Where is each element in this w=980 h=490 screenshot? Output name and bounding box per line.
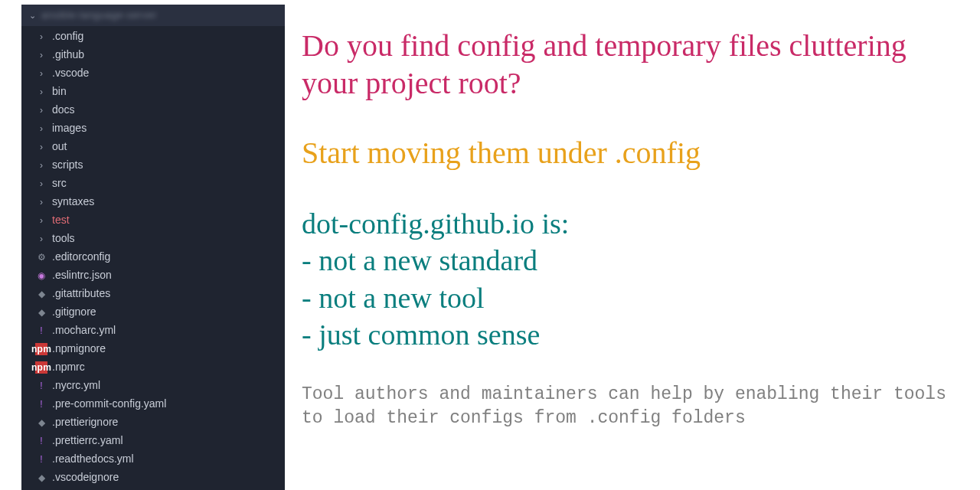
bang-icon: !: [35, 453, 47, 466]
folder-row-src[interactable]: ›src: [21, 175, 285, 193]
folder-row-images[interactable]: ›images: [21, 119, 285, 138]
chevron-icon: ›: [35, 196, 47, 208]
tree-item-label: .config: [52, 28, 83, 44]
tree-item-label: .npmrc: [52, 359, 85, 375]
folder-row-scripts[interactable]: ›scripts: [21, 156, 285, 175]
sidebar-container: ⌄ ansible-language-server ›.config›.gith…: [0, 0, 283, 490]
tree-item-label: .mocharc.yml: [52, 322, 116, 338]
diamond-icon: ◆: [35, 306, 47, 318]
file-row--prettierignore[interactable]: ◆.prettierignore: [21, 413, 285, 432]
project-header[interactable]: ⌄ ansible-language-server: [21, 5, 285, 26]
tree-item-label: .npmignore: [52, 341, 106, 357]
folder-row-bin[interactable]: ›bin: [21, 83, 285, 101]
tree-item-label: .editorconfig: [52, 249, 110, 265]
file-row--prettierrc-yaml[interactable]: !.prettierrc.yaml: [21, 432, 285, 450]
chevron-icon: ›: [35, 86, 47, 98]
file-explorer: ⌄ ansible-language-server ›.config›.gith…: [21, 5, 285, 490]
diamond-icon: ◆: [35, 416, 47, 429]
file-row--mocharc-yml[interactable]: !.mocharc.yml: [21, 322, 285, 340]
tree-item-label: syntaxes: [52, 194, 94, 210]
bang-icon: !: [35, 398, 47, 410]
file-row--pre-commit-config-yaml[interactable]: !.pre-commit-config.yaml: [21, 395, 285, 413]
subhead-text: Start moving them under .config: [302, 135, 965, 172]
file-row--nycrc-yml[interactable]: !.nycrc.yml: [21, 377, 285, 395]
bullseye-icon: ◉: [35, 270, 47, 282]
tree-item-label: .pre-commit-config.yaml: [52, 396, 166, 412]
gear-icon: ⚙: [35, 251, 47, 263]
tree-item-label: .gitattributes: [52, 286, 110, 302]
folder-row-test[interactable]: ›test: [21, 211, 285, 230]
tree-item-label: src: [52, 175, 67, 191]
file-row--vscodeignore[interactable]: ◆.vscodeignore: [21, 469, 285, 487]
folder-row-tools[interactable]: ›tools: [21, 230, 285, 248]
tree-item-label: scripts: [52, 157, 83, 173]
npm-icon: npm: [35, 361, 47, 374]
tree-item-label: .gitignore: [52, 304, 96, 320]
body-block: dot-config.github.io is: - not a new sta…: [302, 205, 965, 354]
file-row--gitattributes[interactable]: ◆.gitattributes: [21, 285, 285, 303]
chevron-icon: ›: [35, 141, 47, 153]
body-intro: dot-config.github.io is:: [302, 205, 965, 243]
chevron-icon: ›: [35, 67, 47, 80]
body-bullet: - just common sense: [302, 316, 965, 354]
body-bullet: - not a new standard: [302, 242, 965, 279]
chevron-icon: ›: [35, 122, 47, 135]
project-name: ansible-language-server: [41, 8, 157, 23]
tree-item-label: out: [52, 139, 67, 155]
bang-icon: !: [35, 325, 47, 337]
body-bullet: - not a new tool: [302, 279, 965, 317]
folder-row-syntaxes[interactable]: ›syntaxes: [21, 193, 285, 211]
file-row--editorconfig[interactable]: ⚙.editorconfig: [21, 248, 285, 266]
chevron-down-icon: ⌄: [28, 9, 37, 22]
tree-item-label: .vscodeignore: [52, 469, 119, 485]
chevron-icon: ›: [35, 233, 47, 245]
tree-item-label: .nycrc.yml: [52, 377, 100, 394]
slide-content: Do you find config and temporary files c…: [283, 0, 980, 490]
bang-icon: !: [35, 435, 47, 447]
headline-text: Do you find config and temporary files c…: [302, 28, 965, 103]
file-row-ansible-language-configuration-json[interactable]: { }ansible-language-configuration.json: [21, 487, 285, 491]
chevron-icon: ›: [35, 31, 47, 43]
folder-row-out[interactable]: ›out: [21, 138, 285, 156]
file-row--npmrc[interactable]: npm.npmrc: [21, 358, 285, 377]
diamond-icon: ◆: [35, 288, 47, 300]
tree-item-label: .eslintrc.json: [52, 267, 112, 283]
file-row--eslintrc-json[interactable]: ◉.eslintrc.json: [21, 266, 285, 285]
chevron-icon: ›: [35, 178, 47, 190]
file-tree: ›.config›.github›.vscode›bin›docs›images…: [21, 26, 285, 491]
tree-item-label: tools: [52, 230, 75, 247]
folder-row--vscode[interactable]: ›.vscode: [21, 64, 285, 83]
tree-item-label: .readthedocs.yml: [52, 451, 134, 467]
bang-icon: !: [35, 380, 47, 392]
file-row--readthedocs-yml[interactable]: !.readthedocs.yml: [21, 450, 285, 469]
tree-item-label: bin: [52, 83, 67, 100]
chevron-icon: ›: [35, 49, 47, 61]
folder-row--config[interactable]: ›.config: [21, 28, 285, 46]
chevron-icon: ›: [35, 214, 47, 227]
file-row--gitignore[interactable]: ◆.gitignore: [21, 303, 285, 322]
tree-item-label: docs: [52, 102, 75, 118]
tree-item-label: .github: [52, 47, 84, 63]
diamond-icon: ◆: [35, 472, 47, 484]
tree-item-label: .prettierignore: [52, 414, 118, 430]
tree-item-label: .prettierrc.yaml: [52, 433, 123, 449]
chevron-icon: ›: [35, 159, 47, 172]
tree-item-label: test: [52, 212, 70, 228]
folder-row--github[interactable]: ›.github: [21, 46, 285, 64]
chevron-icon: ›: [35, 104, 47, 116]
file-row--npmignore[interactable]: npm.npmignore: [21, 340, 285, 358]
tree-item-label: .vscode: [52, 65, 89, 81]
footer-note: Tool authors and maintainers can help by…: [302, 383, 965, 430]
folder-row-docs[interactable]: ›docs: [21, 101, 285, 119]
tree-item-label: images: [52, 120, 87, 136]
npm-icon: npm: [35, 343, 47, 355]
